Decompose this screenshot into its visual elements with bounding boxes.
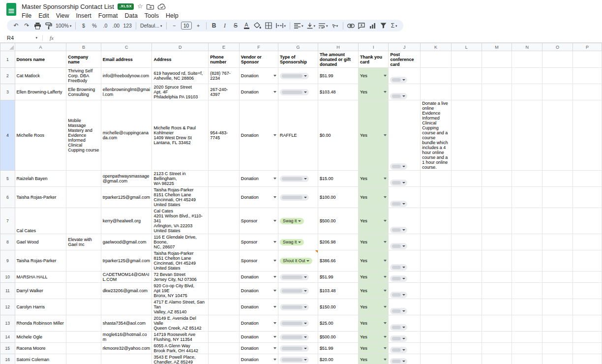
cell-L8[interactable] [451,234,482,250]
cell-P6[interactable] [573,187,602,208]
empty-dropdown-chip[interactable] [280,176,309,182]
cell-P16[interactable] [573,354,602,364]
column-header-O[interactable]: O [542,43,573,51]
cell-O4[interactable] [542,100,573,171]
cell-C8[interactable]: gaelwood@gmail.com [101,234,152,250]
dropdown-arrow-icon[interactable] [273,91,276,93]
increase-decimal-button[interactable]: .00 [111,21,121,30]
cell-H2[interactable]: $51.99 [318,68,358,84]
cell-H4[interactable]: $0.00 [318,100,358,171]
cell-M12[interactable] [482,299,512,315]
dropdown-arrow-icon[interactable] [273,241,276,243]
cell-L11[interactable] [451,283,482,299]
thank-you-dropdown-5[interactable]: Yes [359,171,389,187]
cell-M9[interactable] [482,250,512,272]
thank-you-dropdown-14[interactable]: Yes [359,332,389,343]
cell-A15[interactable]: Racena Moore [15,343,66,354]
name-box[interactable]: R4▾ [0,35,42,41]
cell-B6[interactable] [66,187,101,208]
dropdown-arrow-icon[interactable] [273,276,276,278]
cell-E13[interactable] [209,315,240,332]
cell-O16[interactable] [542,354,573,364]
cell-P3[interactable] [573,84,602,100]
zoom-select[interactable]: 100%▾ [54,21,73,30]
vertical-align-icon[interactable]: ▾ [305,21,317,30]
cell-E4[interactable]: 954-483-7745 [209,100,240,171]
more-formats-button[interactable]: 123 [121,21,133,30]
cell-H7[interactable]: $500.00 [318,208,358,234]
empty-dropdown-chip[interactable] [390,227,407,233]
cell-M2[interactable] [482,68,512,84]
cell-P15[interactable] [573,343,602,354]
cell-B2[interactable]: Thriving Self Corp. DBA FreeBody [66,68,101,84]
cell-H5[interactable]: $15.00 [318,171,358,187]
cell-C10[interactable]: CADETMOM14@GMAIL.COM [101,272,152,283]
cell-J13[interactable] [389,315,421,332]
dropdown-arrow-icon[interactable] [273,306,276,308]
cell-C13[interactable]: shasta7354@aol.com [101,315,152,332]
row-header-7[interactable]: 7 [0,208,15,234]
column-header-E[interactable]: E [209,43,240,51]
cell-E6[interactable] [209,187,240,208]
cell-K5[interactable] [421,171,452,187]
empty-dropdown-chip[interactable] [280,194,309,201]
dropdown-arrow-icon[interactable] [273,260,276,262]
cell-B10[interactable] [66,272,101,283]
cell-G15[interactable] [278,343,318,354]
cell-G2[interactable] [278,68,318,84]
menu-help[interactable]: Help [162,12,182,20]
cell-J10[interactable] [389,272,421,283]
menu-format[interactable]: Format [95,12,121,20]
cell-K9[interactable] [421,250,452,272]
cell-N3[interactable] [512,84,542,100]
cell-D5[interactable]: 2123 C Street in Bellingham, WA 98225 [152,171,209,187]
cell-C12[interactable] [101,299,152,315]
cell-M6[interactable] [482,187,512,208]
cell-H14[interactable]: $500.00 [318,332,358,343]
thank-you-dropdown-9[interactable]: Yes [359,250,389,272]
format-percent-button[interactable]: % [89,21,99,30]
cell-K1[interactable] [421,51,452,68]
dropdown-arrow-icon[interactable] [273,336,276,338]
column-header-B[interactable]: B [66,43,101,51]
cell-E7[interactable] [209,208,240,234]
dropdown-arrow-icon[interactable] [384,196,387,198]
cell-O13[interactable] [542,315,573,332]
cell-O7[interactable] [542,208,573,234]
vendor-dropdown-2[interactable]: Donation [239,68,278,84]
cell-J14[interactable] [389,332,421,343]
thank-you-dropdown-7[interactable]: Yes [359,208,389,234]
thank-you-dropdown-3[interactable]: Yes [359,84,389,100]
menu-view[interactable]: View [53,12,73,20]
cell-J15[interactable] [389,343,421,354]
row-header-16[interactable]: 16 [0,354,15,364]
thank-you-dropdown-10[interactable]: Yes [359,272,389,283]
vendor-dropdown-8[interactable]: Sponsor [239,234,278,250]
cell-M4[interactable] [482,100,512,171]
cell-P8[interactable] [573,234,602,250]
dropdown-arrow-icon[interactable] [384,336,387,338]
cell-J5[interactable] [389,171,421,187]
empty-dropdown-chip[interactable] [280,288,309,294]
cell-K10[interactable] [421,272,452,283]
cell-E14[interactable] [209,332,240,343]
row-header-11[interactable]: 11 [0,283,15,299]
cell-G10[interactable] [278,272,318,283]
row-header-14[interactable]: 14 [0,332,15,343]
cell-N4[interactable] [512,100,542,171]
row-header-6[interactable]: 6 [0,187,15,208]
cell-A3[interactable]: Ellen Browning-Lafferty [15,84,66,100]
functions-button[interactable]: Σ▾ [389,21,399,30]
vendor-dropdown-7[interactable]: Sponsor [239,208,278,234]
cell-L5[interactable] [451,171,482,187]
cell-L14[interactable] [451,332,482,343]
cell-N5[interactable] [512,171,542,187]
cell-K13[interactable] [421,315,452,332]
column-header-J[interactable]: J [389,43,421,51]
dropdown-arrow-icon[interactable] [384,220,387,222]
cell-J7[interactable] [389,208,421,234]
empty-dropdown-chip[interactable] [390,163,407,170]
sponsorship-chip[interactable]: Shout It Out [280,258,312,264]
sheets-logo-icon[interactable] [6,2,18,17]
cell-H8[interactable]: $206.98 [318,234,358,250]
